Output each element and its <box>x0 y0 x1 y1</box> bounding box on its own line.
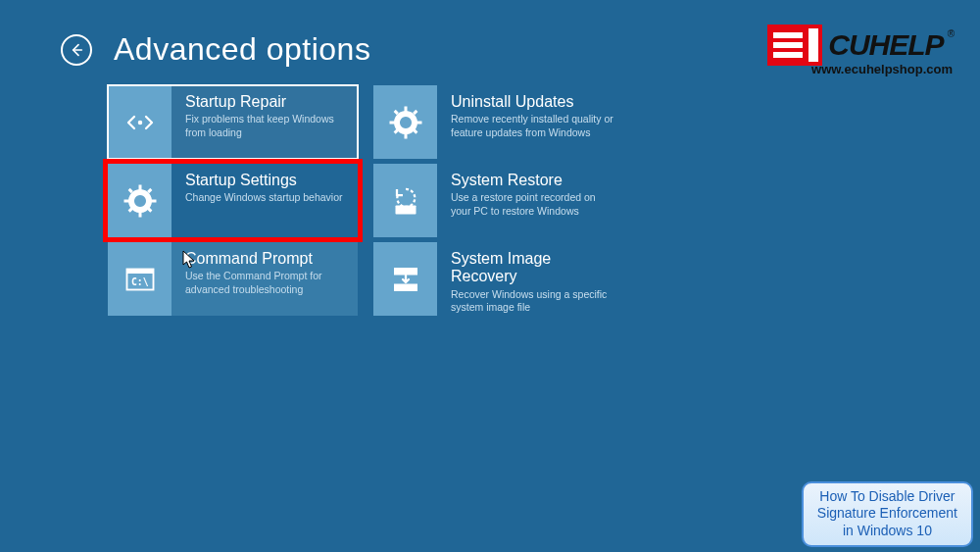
tile-title: System Restore <box>451 172 613 189</box>
back-button[interactable] <box>61 34 92 66</box>
startup-repair-icon <box>108 85 172 159</box>
svg-rect-13 <box>150 199 156 202</box>
option-startup-settings[interactable]: Startup Settings Change Windows startup … <box>108 164 358 237</box>
caption-line: Signature Enforcement <box>817 505 957 521</box>
option-command-prompt[interactable]: C:\ Command Prompt Use the Command Promp… <box>108 242 358 316</box>
restore-icon <box>373 164 437 237</box>
option-system-restore[interactable]: System Restore Use a restore point recor… <box>373 164 623 237</box>
svg-rect-4 <box>389 121 395 124</box>
tile-title: Startup Settings <box>185 172 343 189</box>
svg-text:C:\: C:\ <box>131 276 149 287</box>
page-title: Advanced options <box>114 31 370 68</box>
svg-rect-18 <box>395 205 416 214</box>
ecuhelp-e-icon <box>767 25 822 66</box>
tile-title: System Image Recovery <box>451 250 613 286</box>
svg-rect-2 <box>404 106 407 112</box>
watermark-logo: CUHELP ® www.ecuhelpshop.com <box>767 25 953 76</box>
tile-desc: Remove recently installed quality or fea… <box>451 113 613 139</box>
tile-title: Uninstall Updates <box>451 93 613 111</box>
tile-desc: Change Windows startup behavior <box>185 191 343 205</box>
watermark-brand: CUHELP <box>828 28 943 62</box>
caption-line: How To Disable Driver <box>819 488 955 504</box>
gear-icon <box>373 85 437 159</box>
options-grid: Startup Repair Fix problems that keep Wi… <box>0 68 980 316</box>
video-caption-box: How To Disable Driver Signature Enforcem… <box>802 481 973 548</box>
caption-line: in Windows 10 <box>843 523 932 538</box>
option-uninstall-updates[interactable]: Uninstall Updates Remove recently instal… <box>373 85 623 159</box>
command-prompt-icon: C:\ <box>108 242 172 316</box>
back-arrow-icon <box>69 42 84 58</box>
svg-rect-12 <box>123 199 129 202</box>
option-startup-repair[interactable]: Startup Repair Fix problems that keep Wi… <box>108 85 358 159</box>
tile-title: Command Prompt <box>185 250 348 268</box>
registered-mark: ® <box>948 28 955 39</box>
svg-rect-5 <box>416 121 421 124</box>
svg-rect-10 <box>138 184 141 190</box>
tile-title: Startup Repair <box>185 93 348 111</box>
tile-desc: Use a restore point recorded on your PC … <box>451 191 613 218</box>
svg-point-1 <box>137 120 142 125</box>
option-system-image-recovery[interactable]: System Image Recovery Recover Windows us… <box>373 242 623 316</box>
svg-rect-11 <box>138 211 141 217</box>
svg-rect-23 <box>394 283 417 291</box>
svg-rect-3 <box>404 132 407 138</box>
tile-desc: Fix problems that keep Windows from load… <box>185 113 348 139</box>
image-recovery-icon <box>373 242 437 316</box>
gear-icon <box>108 164 172 237</box>
tile-desc: Recover Windows using a specific system … <box>451 288 613 315</box>
svg-rect-20 <box>126 269 153 274</box>
tile-desc: Use the Command Prompt for advanced trou… <box>185 270 348 296</box>
